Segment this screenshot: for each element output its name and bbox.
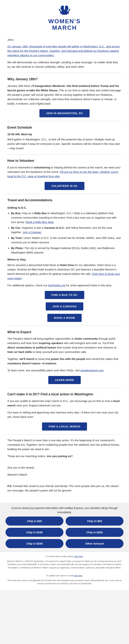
why-bold1: Inauguration Weekend—the final weekend b… bbox=[7, 84, 119, 92]
bus-label: By Bus: bbox=[11, 212, 21, 215]
expect-bold5: we'll march bbox=[19, 357, 34, 360]
salutation: John, bbox=[7, 38, 122, 42]
travel-car: By Car: Organize or join a Caravan to D.… bbox=[11, 226, 122, 234]
svg-point-7 bbox=[61, 6, 64, 9]
ps-italic: P.S. Forward this email to your friends … bbox=[7, 484, 119, 492]
email-header: WOMEN'S MARCH bbox=[0, 0, 129, 34]
closing-bold: Are you joining us? bbox=[47, 454, 73, 458]
svg-rect-9 bbox=[64, 6, 65, 10]
expect-para3: To learn more, see accessibility plans a… bbox=[7, 368, 122, 373]
find-bus-btn-row: FIND A BUS TO DC bbox=[7, 291, 122, 299]
chip-100-button[interactable]: Chip in $100 bbox=[5, 528, 63, 537]
hotel-paragraph1: We've secured a discounted hotel block a… bbox=[7, 263, 122, 280]
fewer-emails-link[interactable]: click here bbox=[74, 555, 83, 558]
expect-heading: What to Expect bbox=[7, 330, 122, 335]
closing-para1: The People's March is more than a one-da… bbox=[7, 438, 122, 452]
why-heading: Why January 18th? bbox=[7, 76, 122, 82]
train-label: By Train: bbox=[11, 236, 23, 240]
chip-grid: Chip in $25 Chip in $50 Chip in $100 Chi… bbox=[5, 516, 124, 548]
expect-bold1: foster community bbox=[75, 337, 98, 340]
expect-bold4: train on hard skills bbox=[7, 350, 32, 354]
car-label: By Car: bbox=[11, 226, 21, 229]
expect-bold6: power lies with the people bbox=[51, 357, 85, 360]
email-body: John, On January 18th, thousands of ever… bbox=[0, 34, 129, 501]
email-footer: To receive fewer emails, please click he… bbox=[0, 552, 129, 590]
volunteer-btn-row: VOLUNTEER IN DC bbox=[7, 182, 122, 190]
local-march-button[interactable]: FIND A LOCAL MARCH bbox=[42, 422, 87, 430]
chip-25-button[interactable]: Chip in $25 bbox=[5, 516, 63, 526]
event-schedule-heading: Event Schedule bbox=[7, 125, 122, 130]
sign-off2: Women's March bbox=[7, 472, 122, 477]
travel-train: By Train: Union Station in D.C. is the c… bbox=[11, 236, 122, 244]
logo-container: WOMEN'S MARCH bbox=[4, 4, 125, 31]
book-room-btn-row: BOOK A ROOM bbox=[7, 314, 122, 322]
join-caravan-btn-row: JOIN A CARAVAN bbox=[7, 302, 122, 310]
chip-intro: If you've saved your payment information… bbox=[5, 506, 124, 514]
volunteer-dc-button[interactable]: VOLUNTEER IN DC bbox=[45, 182, 84, 190]
expect-para1: The People's March will bring together o… bbox=[7, 336, 122, 354]
event-paragraph: We'll gather in Washington, D.C., to kic… bbox=[7, 137, 122, 150]
chip-200-button[interactable]: Chip in $200 bbox=[66, 528, 124, 537]
divider bbox=[7, 388, 122, 388]
divider bbox=[7, 121, 122, 121]
find-bus-button[interactable]: FIND A BUS TO DC bbox=[45, 291, 84, 299]
expect-bold2: inspiring speakers bbox=[39, 342, 63, 344]
svg-point-8 bbox=[65, 6, 68, 9]
getting-dc-subheading: Getting to D.C. bbox=[7, 206, 122, 210]
chip-other-button[interactable]: Other Amount bbox=[66, 539, 124, 548]
where-to-stay-subheading: Where to Stay bbox=[7, 257, 122, 262]
caravan-bold: Caravan to D.C. bbox=[44, 226, 65, 229]
rally-bus-bold: Rally Bus bbox=[34, 212, 47, 215]
closing-para2: Those are our marching orders. Are you j… bbox=[7, 454, 122, 458]
intro-link[interactable]: On January 18th, thousands of everyday p… bbox=[7, 45, 120, 57]
divider bbox=[7, 326, 122, 326]
volunteer-form-link[interactable]: Fill out our form to join the team, whet… bbox=[7, 170, 118, 178]
rally-bus-link[interactable]: Book a Rally Bus Seat. bbox=[26, 220, 54, 224]
footer-update-note: To update your name or email click here. bbox=[5, 574, 124, 578]
learn-more-btn-row: LEARN MORE bbox=[7, 376, 122, 384]
intro-link-paragraph: On January 18th, thousands of everyday p… bbox=[7, 44, 122, 58]
join-dc-button[interactable]: JOIN IN WASHINGTON, DC bbox=[39, 109, 90, 117]
ps-text: P.S. Forward this email to your friends … bbox=[7, 484, 122, 493]
volunteer-heading: How to Volunteer bbox=[7, 158, 122, 164]
travel-heading: Travel and Accommodations bbox=[7, 198, 122, 203]
chip-intro-text: If you've saved your payment information… bbox=[11, 506, 118, 514]
divider bbox=[7, 434, 122, 434]
learn-more-button[interactable]: LEARN MORE bbox=[48, 376, 81, 384]
footer-legal: Women's March is a 501(c)4 organization.… bbox=[5, 560, 124, 570]
peoples-march-link[interactable]: peoplesmarch.com bbox=[80, 369, 104, 372]
womens-march-logo-icon bbox=[58, 4, 71, 17]
svg-line-10 bbox=[59, 9, 61, 12]
logo-title: WOMEN'S MARCH bbox=[48, 18, 81, 31]
volunteer-bold: volunteering bbox=[34, 166, 50, 169]
book-room-button[interactable]: BOOK A ROOM bbox=[47, 314, 81, 322]
local-march-btn-row: FIND A LOCAL MARCH bbox=[7, 422, 122, 430]
expect-bold3: direct connections to political homes bbox=[7, 346, 56, 349]
ps-bold: P.S. bbox=[7, 484, 12, 488]
why-paragraph: January 18th kicks off Inauguration Week… bbox=[7, 84, 122, 106]
chip-50-button[interactable]: Chip in $50 bbox=[66, 516, 124, 526]
chip-section: If you've saved your payment information… bbox=[0, 503, 129, 552]
travel-list: By Bus: Hop on a Rally Bus to Washington… bbox=[11, 211, 122, 255]
local-para1: If you are unable to attend the main mar… bbox=[7, 399, 122, 408]
join-dc-btn-row: JOIN IN WASHINGTON, DC bbox=[7, 109, 122, 117]
hotel-paragraph2: For additional options, check out FairHo… bbox=[7, 283, 122, 288]
travel-plane: By Plane: The city is served by Reagan N… bbox=[11, 246, 122, 255]
expect-para2: Together, we'll march to show that power… bbox=[7, 357, 122, 366]
update-info-link[interactable]: click here bbox=[74, 574, 82, 577]
volunteer-paragraph: If you're interested in volunteering or … bbox=[7, 165, 122, 178]
caravan-link[interactable]: Join a Caravan. bbox=[23, 230, 42, 234]
svg-line-11 bbox=[68, 9, 70, 12]
intro-paragraph2: We will demonstrate our collective stren… bbox=[7, 60, 122, 69]
sign-off1: See you in the streets, bbox=[7, 466, 122, 470]
footer-unsubscribe: This email was sent to xxxxx@gmail.com. … bbox=[5, 579, 124, 585]
expect-bold7: resistance doesn't waver—it endures. bbox=[7, 362, 57, 365]
local-heading: Can't make it to DC? Find a local action… bbox=[7, 392, 122, 397]
chip-250-button[interactable]: Chip in $250 bbox=[5, 539, 63, 548]
plane-label: By Plane: bbox=[11, 246, 24, 250]
book-room-link[interactable]: Click here to book your room today! bbox=[7, 272, 120, 280]
join-caravan-button[interactable]: JOIN A CARAVAN bbox=[46, 302, 83, 310]
local-bold1: local march bbox=[7, 400, 120, 407]
fair-hotels-link[interactable]: FairHotels.org bbox=[48, 284, 65, 287]
event-time: 10:00 AM: Meet-Up bbox=[7, 132, 122, 136]
